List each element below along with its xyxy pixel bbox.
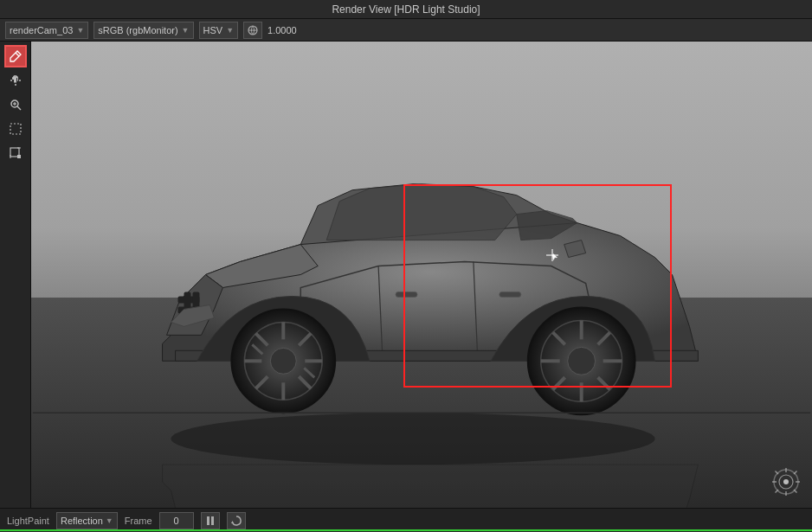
colorspace-arrow-icon: ▼ [182,26,190,35]
hdr-light-studio-icon [770,466,802,497]
svg-rect-57 [207,516,209,525]
colorspace-dropdown[interactable]: sRGB (rgbMonitor) ▼ [93,22,193,39]
transform-icon [9,146,23,160]
svg-point-34 [568,347,596,375]
main-layout [0,42,812,508]
left-toolbar [0,42,31,508]
zoom-tool-btn[interactable] [4,93,27,116]
reflection-arrow-icon: ▼ [106,516,113,525]
select-tool-btn[interactable] [4,118,27,140]
render-canvas [31,42,812,508]
svg-rect-18 [499,292,521,297]
svg-rect-58 [211,516,214,525]
svg-point-12 [171,413,655,465]
reflection-dropdown[interactable]: Reflection ▼ [56,512,118,529]
svg-point-48 [783,479,789,484]
camera-arrow-icon: ▼ [76,26,84,35]
top-toolbar: renderCam_03 ▼ sRGB (rgbMonitor) ▼ HSV ▼… [0,19,812,42]
svg-rect-9 [17,155,21,158]
svg-rect-7 [10,124,21,134]
paint-tool-btn[interactable] [4,45,27,67]
frame-input[interactable] [159,512,194,529]
refresh-icon [231,516,242,526]
transform-tool-btn[interactable] [4,142,27,164]
pan-tool-btn[interactable] [4,69,27,92]
svg-rect-17 [396,292,417,297]
pan-icon [9,74,23,87]
svg-marker-59 [231,521,234,523]
colormode-dropdown[interactable]: HSV ▼ [199,22,239,39]
colormode-label: HSV [203,25,223,35]
reflection-value: Reflection [61,516,103,526]
viewport[interactable] [31,42,812,508]
window-title: Render View [HDR Light Studio] [332,3,480,16]
title-bar: Render View [HDR Light Studio] [0,0,812,19]
zoom-icon [9,98,23,112]
hdr-light-icon[interactable] [770,466,802,497]
exposure-value: 1.0000 [267,25,311,35]
exposure-icon-btn[interactable] [243,22,262,39]
svg-line-2 [16,53,19,56]
refresh-btn[interactable] [227,512,246,529]
car-render [31,42,812,508]
pause-btn[interactable] [201,512,220,529]
pause-icon [206,516,215,526]
lightpaint-label: LightPaint [7,516,49,526]
camera-dropdown[interactable]: renderCam_03 ▼ [5,22,88,39]
frame-label: Frame [125,516,152,526]
colorspace-label: sRGB (rgbMonitor) [98,25,177,35]
camera-label: renderCam_03 [10,25,73,35]
paint-icon [9,49,23,63]
svg-point-21 [270,348,296,374]
select-icon [9,122,23,136]
colormode-arrow-icon: ▼ [226,26,234,35]
bottom-bar: LightPaint Reflection ▼ Frame [0,508,812,532]
svg-line-4 [17,106,21,110]
globe-icon [247,24,259,36]
